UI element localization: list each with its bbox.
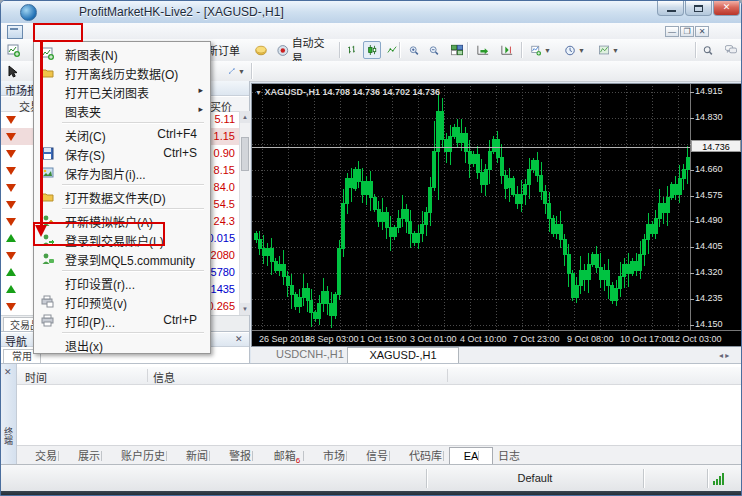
zoom-in-icon: [409, 44, 419, 57]
autotrade-button[interactable]: 自动交易: [273, 41, 335, 59]
new-order-label: 新订单: [207, 42, 240, 58]
time-axis-label: 10 Oct 17:00: [620, 334, 672, 344]
menu-item-label: 打开数据文件夹(D): [65, 189, 166, 206]
trend-up-icon: [6, 234, 16, 242]
trend-down-icon: [6, 252, 16, 260]
chart-shift-button[interactable]: [497, 41, 517, 59]
new-chart-toolbar-button[interactable]: [3, 41, 23, 59]
trend-down-icon: [6, 303, 16, 311]
terminal-tab-label: EA: [464, 450, 479, 462]
tile-windows-icon: [451, 44, 463, 56]
terminal-tab-codebase[interactable]: 代码库: [395, 448, 456, 464]
cursor-tool-button[interactable]: [3, 62, 23, 80]
bid-price: 84.0: [214, 181, 235, 193]
price-axis-label: 14.575: [695, 190, 723, 200]
scrollbar-thumb[interactable]: [241, 137, 249, 171]
terminal-tab-label: 警报: [229, 450, 251, 462]
file-menu-item-4[interactable]: 图表夹▸: [35, 101, 209, 120]
file-menu-item-1[interactable]: 新图表(N): [35, 44, 209, 63]
time-axis-label: 9 Oct 08:00: [567, 334, 614, 344]
line-chart-type-button[interactable]: [383, 41, 401, 59]
close-icon: ✕: [714, 2, 739, 12]
file-menu-item-8[interactable]: 打开数据文件夹(D): [35, 187, 209, 206]
file-menu-item-7[interactable]: 保存为图片(i)...: [35, 163, 209, 182]
objects-dropdown-button[interactable]: ▼: [225, 62, 249, 80]
chart-tab-xagusdh1[interactable]: XAGUSD-,H1: [347, 347, 459, 364]
statusbar-profile[interactable]: Default: [429, 472, 641, 484]
file-menu-item-11[interactable]: 登录到MQL5.community: [35, 249, 209, 268]
app-logo-icon: [20, 4, 37, 21]
price-chart[interactable]: [252, 84, 742, 346]
terminal-tab-history[interactable]: 账户历史: [107, 448, 179, 464]
child-minimize-button[interactable]: —: [665, 26, 679, 37]
scroll-up-icon[interactable]: ▲: [240, 111, 250, 123]
periods-dropdown-button[interactable]: ▼: [561, 41, 589, 59]
file-menu-item-3[interactable]: 打开已关闭图表▸: [35, 82, 209, 101]
file-menu-item-6[interactable]: 保存(S)Ctrl+S: [35, 144, 209, 163]
chat-button[interactable]: [721, 41, 741, 59]
zoom-out-button[interactable]: [425, 41, 443, 59]
terminal-tab-label: 交易: [35, 450, 57, 462]
user-chat-icon: [41, 252, 54, 265]
terminal-tab-label: 代码库: [409, 450, 442, 462]
bar-chart-type-button[interactable]: [343, 41, 361, 59]
titlebar: ProfitMarketHK-Live2 - [XAGUSD-,H1] ✕: [1, 1, 742, 24]
window-bottom-frame: [1, 491, 742, 496]
search-button[interactable]: [699, 41, 717, 59]
print-preview-icon: [41, 295, 54, 308]
navigator-close-icon[interactable]: ✕: [235, 334, 243, 344]
tab-scroll-arrows[interactable]: ◂ ▸: [719, 351, 729, 360]
menu-item-label: 关闭(C): [65, 127, 106, 144]
column-message[interactable]: 信息: [153, 369, 175, 385]
trend-down-icon: [6, 201, 16, 209]
scroll-down-icon[interactable]: ▼: [240, 303, 250, 315]
time-axis-label: 1 Oct 15:00: [360, 334, 407, 344]
chart-window-icon[interactable]: [7, 25, 23, 39]
indicators-dropdown-button[interactable]: ▼: [527, 41, 555, 59]
file-menu-dropdown: 新图表(N)打开离线历史数据(O)打开已关闭图表▸图表夹▸关闭(C)Ctrl+F…: [33, 41, 211, 354]
file-menu-item-12[interactable]: 打印设置(r)...: [35, 273, 209, 292]
dropdown-arrow-icon: ▼: [578, 47, 585, 54]
chart-dropdown-icon[interactable]: ▼: [255, 89, 262, 96]
market-watch-scrollbar[interactable]: ▲ ▼: [239, 111, 250, 315]
zoom-in-button[interactable]: [405, 41, 423, 59]
child-close-button[interactable]: ✕: [695, 26, 709, 37]
file-menu-item-15[interactable]: 退出(x): [35, 335, 209, 354]
trend-down-icon: [6, 150, 16, 158]
chart-area[interactable]: [251, 83, 742, 347]
file-menu-item-5[interactable]: 关闭(C)Ctrl+F4: [35, 125, 209, 144]
window-title: ProfitMarketHK-Live2 - [XAGUSD-,H1]: [79, 5, 284, 19]
templates-dropdown-button[interactable]: ▼: [595, 41, 623, 59]
printer-icon: [41, 314, 54, 327]
column-time[interactable]: 时间: [25, 369, 47, 385]
application-window: ProfitMarketHK-Live2 - [XAGUSD-,H1] ✕ 文件…: [0, 0, 742, 496]
indicators-icon: [531, 44, 541, 57]
minimize-button[interactable]: [657, 1, 684, 16]
minimize-icon: [667, 10, 676, 12]
child-restore-button[interactable]: ❐: [680, 26, 694, 37]
terminal-close-icon[interactable]: ✕: [4, 367, 12, 377]
price-axis-label: 14.150: [695, 319, 723, 329]
file-menu-item-13[interactable]: 打印预览(v): [35, 292, 209, 311]
trend-down-icon: [6, 116, 16, 124]
price-axis-label: 14.490: [695, 215, 723, 225]
maximize-button[interactable]: [685, 1, 712, 16]
terminal-tab-journal[interactable]: 日志: [484, 448, 534, 464]
auto-scroll-button[interactable]: [473, 41, 493, 59]
menu-item-label: 打开离线历史数据(O): [65, 65, 178, 82]
gold-tool-button[interactable]: [251, 41, 271, 59]
bid-price: 1.15: [214, 130, 235, 142]
close-button[interactable]: ✕: [713, 1, 740, 16]
zoom-out-icon: [429, 44, 439, 57]
submenu-arrow-icon: ▸: [198, 104, 203, 114]
trend-up-icon: [6, 268, 16, 276]
chart-symbol: XAGUSD-,H1: [264, 87, 320, 97]
file-menu-item-14[interactable]: 打印(P)...Ctrl+P: [35, 311, 209, 330]
file-menu-item-2[interactable]: 打开离线历史数据(O): [35, 63, 209, 82]
terminal-tab-mailbox[interactable]: 邮箱6: [258, 448, 316, 464]
chart-ohlc-values: 14.708 14.736 14.702 14.736: [322, 87, 440, 97]
tile-windows-button[interactable]: [447, 41, 467, 59]
menu-item-label: 打开已关闭图表: [65, 84, 149, 101]
candlestick-type-button[interactable]: [363, 41, 381, 59]
new-chart-icon: [7, 44, 20, 57]
